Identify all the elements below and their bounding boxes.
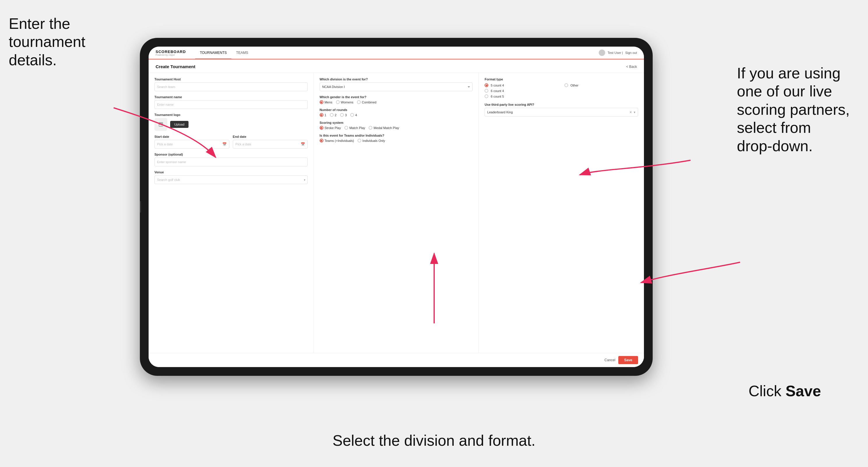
- annotation-bottom-center: Select the division and format.: [333, 432, 535, 449]
- format-6count4-radio[interactable]: [485, 89, 488, 93]
- rounds-label: Number of rounds: [320, 108, 473, 112]
- form-col-2: Which division is the event for? NCAA Di…: [314, 73, 479, 353]
- form-header: Create Tournament < Back: [149, 59, 644, 73]
- scoring-stroke-radio[interactable]: [320, 126, 323, 130]
- tournament-logo-label: Tournament logo: [154, 113, 308, 117]
- format-5count4[interactable]: 5 count 4: [485, 83, 558, 87]
- scoring-stroke-label: Stroke Play: [324, 126, 341, 130]
- save-button[interactable]: Save: [618, 356, 638, 364]
- venue-placeholder: Search golf club: [157, 178, 180, 182]
- form-body: Tournament Host Search team Tournament n…: [149, 73, 644, 353]
- start-date-input[interactable]: Pick a date 📅: [154, 140, 229, 149]
- event-individuals-label: Individuals Only: [363, 139, 385, 143]
- event-teams-label: Teams (+Individuals): [324, 139, 354, 143]
- rounds-2-radio[interactable]: [330, 113, 334, 117]
- end-date-field: End date Pick a date 📅: [233, 135, 308, 149]
- gender-mens[interactable]: Mens: [320, 100, 333, 104]
- live-scoring-clear-icon[interactable]: ✕: [629, 111, 632, 114]
- rounds-1-radio[interactable]: [320, 113, 323, 117]
- end-date-label: End date: [233, 135, 308, 138]
- scoring-group: Scoring system Stroke Play Match Play: [320, 121, 473, 130]
- nav-bar: SCOREBOARD Powered by clippd TOURNAMENTS…: [149, 46, 644, 59]
- event-teams[interactable]: Teams (+Individuals): [320, 139, 354, 143]
- scoring-medal-match[interactable]: Medal Match Play: [369, 126, 399, 130]
- rounds-3-radio[interactable]: [340, 113, 344, 117]
- gender-combined[interactable]: Combined: [357, 100, 376, 104]
- sponsor-input[interactable]: Enter sponsor name: [154, 158, 308, 166]
- nav-right: Test User | Sign out: [599, 50, 637, 56]
- rounds-4[interactable]: 4: [350, 113, 357, 117]
- format-type-section: Format type 5 count 4: [485, 77, 638, 98]
- gender-mens-label: Mens: [324, 100, 333, 104]
- scoring-stroke[interactable]: Stroke Play: [320, 126, 341, 130]
- event-teams-radio[interactable]: [320, 139, 323, 143]
- logo-upload-area: Upload: [154, 118, 308, 131]
- rounds-2[interactable]: 2: [330, 113, 337, 117]
- format-6count5[interactable]: 6 count 5: [485, 94, 558, 98]
- annotation-top-left: Enter thetournamentdetails.: [9, 14, 120, 69]
- start-date-field: Start date Pick a date 📅: [154, 135, 229, 149]
- live-scoring-value: Leaderboard King: [487, 111, 513, 114]
- rounds-group: Number of rounds 1 2: [320, 108, 473, 117]
- tournament-name-placeholder: Enter name: [157, 103, 174, 106]
- end-date-input[interactable]: Pick a date 📅: [233, 140, 308, 149]
- rounds-3[interactable]: 3: [340, 113, 347, 117]
- format-6count5-radio[interactable]: [485, 94, 488, 98]
- scoring-match[interactable]: Match Play: [344, 126, 365, 130]
- format-5count4-radio[interactable]: [485, 83, 488, 87]
- venue-input[interactable]: Search golf club ▾: [154, 176, 308, 184]
- rounds-1[interactable]: 1: [320, 113, 326, 117]
- nav-links: TOURNAMENTS TEAMS: [195, 46, 599, 59]
- tournament-name-input[interactable]: Enter name: [154, 100, 308, 109]
- upload-button[interactable]: Upload: [170, 121, 188, 128]
- gender-combined-radio[interactable]: [357, 100, 361, 104]
- format-6count5-label: 6 count 5: [491, 95, 504, 98]
- rounds-4-radio[interactable]: [350, 113, 354, 117]
- gender-mens-radio[interactable]: [320, 100, 323, 104]
- tournament-name-label: Tournament name: [154, 95, 308, 99]
- division-select[interactable]: NCAA Division I: [320, 83, 473, 91]
- logo-placeholder: [154, 118, 167, 131]
- event-individuals[interactable]: Individuals Only: [358, 139, 385, 143]
- format-6count4[interactable]: 6 count 4: [485, 89, 558, 93]
- sponsor-label: Sponsor (optional): [154, 153, 308, 156]
- scoring-medal-match-radio[interactable]: [369, 126, 372, 130]
- tournament-host-input[interactable]: Search team: [154, 83, 308, 91]
- format-other-radio[interactable]: [564, 83, 568, 87]
- rounds-4-label: 4: [355, 113, 357, 117]
- app-container: SCOREBOARD Powered by clippd TOURNAMENTS…: [149, 46, 644, 367]
- tournament-name-group: Tournament name Enter name: [154, 95, 308, 109]
- live-scoring-input[interactable]: Leaderboard King ✕ ▾: [485, 108, 638, 117]
- scoring-match-label: Match Play: [349, 126, 365, 130]
- tablet-device: SCOREBOARD Powered by clippd TOURNAMENTS…: [140, 38, 653, 376]
- back-link[interactable]: < Back: [626, 65, 637, 69]
- venue-select-wrap: Search golf club ▾: [154, 176, 308, 184]
- tournament-host-label: Tournament Host: [154, 77, 308, 81]
- form-container: Create Tournament < Back Tournament Host…: [149, 59, 644, 367]
- gender-womens-radio[interactable]: [336, 100, 340, 104]
- scoring-radio-group: Stroke Play Match Play Medal Match Play: [320, 126, 473, 130]
- nav-tournaments[interactable]: TOURNAMENTS: [195, 46, 231, 59]
- event-individuals-radio[interactable]: [358, 139, 361, 143]
- end-date-calendar-icon: 📅: [301, 142, 305, 146]
- division-label: Which division is the event for?: [320, 77, 473, 81]
- nav-teams[interactable]: TEAMS: [231, 46, 253, 59]
- user-name: Test User |: [608, 51, 623, 55]
- logo-title: SCOREBOARD: [156, 50, 186, 54]
- cancel-button[interactable]: Cancel: [604, 358, 615, 362]
- tablet-side-button: [140, 201, 141, 213]
- live-scoring-chevron-icon: ▾: [634, 111, 636, 114]
- date-fields: Start date Pick a date 📅 End date: [154, 135, 308, 149]
- sign-out-link[interactable]: Sign out: [625, 51, 637, 55]
- gender-womens[interactable]: Womens: [336, 100, 353, 104]
- form-footer: Cancel Save: [149, 353, 644, 367]
- sponsor-placeholder: Enter sponsor name: [157, 160, 186, 164]
- gender-group: Which gender is the event for? Mens Wome…: [320, 95, 473, 104]
- tournament-logo-group: Tournament logo Upload: [154, 113, 308, 131]
- format-type-title: Format type: [485, 77, 638, 81]
- format-other[interactable]: Other: [564, 83, 638, 87]
- gender-womens-label: Womens: [341, 100, 353, 104]
- live-scoring-group: Use third-party live scoring API? Leader…: [485, 103, 638, 117]
- event-type-radio-group: Teams (+Individuals) Individuals Only: [320, 139, 473, 143]
- scoring-match-radio[interactable]: [344, 126, 348, 130]
